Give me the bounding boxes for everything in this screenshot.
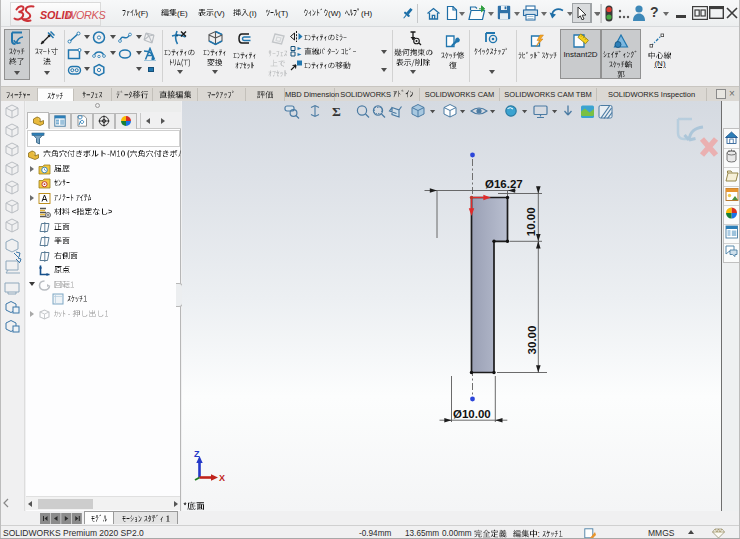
svg-text:Σ: Σ [332,104,341,119]
svg-text:Ø16.27: Ø16.27 [485,178,523,190]
svg-text:Ø10.00: Ø10.00 [453,408,491,420]
svg-text:Z: Z [194,449,200,459]
svg-text:30.00: 30.00 [526,326,538,355]
svg-text:WORKS: WORKS [66,9,106,21]
svg-text:X: X [219,473,225,483]
svg-text:10.00: 10.00 [526,207,538,236]
